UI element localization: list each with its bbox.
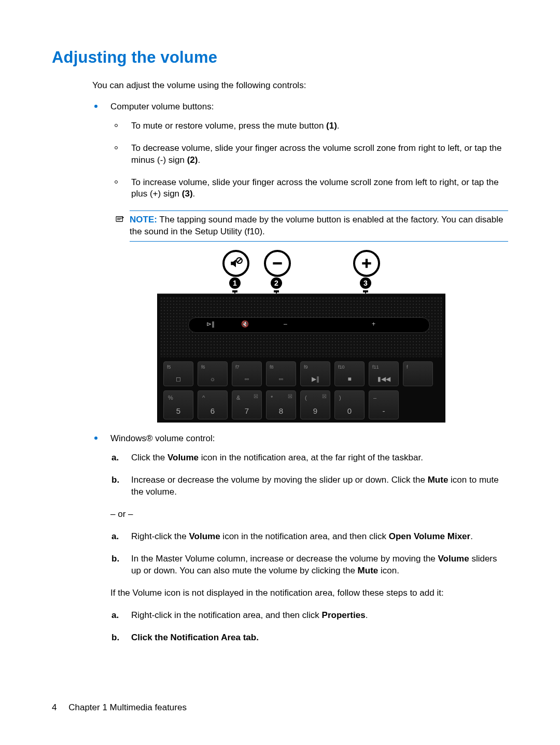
- svg-line-2: [237, 259, 242, 263]
- bullet-computer-volume: Computer volume buttons: To mute or rest…: [92, 101, 508, 423]
- key-f7: f7▫▫: [232, 361, 262, 386]
- sub-increase: To increase volume, slide your finger ac…: [110, 177, 508, 201]
- sub-mute: To mute or restore volume, press the mut…: [110, 120, 508, 132]
- number-key-row: %5 ^6 &☒7 *☒8 (☒9 )0 –-: [163, 390, 445, 420]
- figure-icon-row: 1 2 3: [157, 249, 445, 293]
- key-5: %5: [163, 390, 193, 419]
- strip-mark-plus: +: [372, 320, 375, 328]
- top-bullet-list: Computer volume buttons: To mute or rest…: [92, 101, 508, 644]
- sub-decrease: To decrease volume, slide your finger ac…: [110, 143, 508, 166]
- svg-rect-3: [273, 262, 282, 264]
- keyboard-figure: 1 2 3: [157, 249, 445, 423]
- or-separator: – or –: [110, 509, 508, 521]
- key-f9: f9▶‖: [300, 361, 330, 386]
- key-f11: f11▮◀◀: [369, 361, 399, 386]
- win3-a: Right-click in the notification area, an…: [110, 610, 508, 622]
- page-number: 4: [52, 702, 57, 712]
- document-page: Adjusting the volume You can adjust the …: [0, 0, 560, 745]
- key-9: (☒9: [300, 390, 330, 419]
- svg-rect-5: [366, 259, 368, 268]
- windows-steps-3: Right-click in the notification area, an…: [110, 610, 508, 644]
- bullet1-lead: Computer volume buttons:: [110, 102, 214, 111]
- callout-1: 1: [229, 277, 241, 289]
- windows-steps-2: Right-click the Volume icon in the notif…: [110, 531, 508, 577]
- page-title: Adjusting the volume: [52, 47, 508, 68]
- key-f8: f8▫▫: [266, 361, 296, 386]
- mute-icon: [222, 250, 249, 277]
- callout-2: 2: [271, 277, 282, 289]
- key-6: ^6: [198, 390, 228, 419]
- key-f10: f10■: [334, 361, 365, 386]
- key-8: *☒8: [266, 390, 296, 419]
- strip-mark-mute: 🔇: [241, 320, 249, 328]
- win1-b: Increase or decrease the volume by movin…: [110, 474, 508, 498]
- bullet2-lead: Windows® volume control:: [110, 433, 215, 443]
- win1-a: Click the Volume icon in the notificatio…: [110, 452, 508, 464]
- chapter-label: Chapter 1 Multimedia features: [68, 702, 187, 712]
- intro-text: You can adjust the volume using the foll…: [92, 80, 508, 92]
- key-f6: f6☼: [198, 361, 228, 386]
- key-dash: –-: [369, 390, 399, 419]
- strip-mark-play: ⊳‖: [206, 320, 215, 328]
- win2-a: Right-click the Volume icon in the notif…: [110, 531, 508, 543]
- volume-scroll-strip: [188, 317, 430, 333]
- key-7: &☒7: [232, 390, 262, 419]
- note-label: NOTE:: [130, 215, 157, 224]
- note-icon: [116, 215, 125, 223]
- win2-b: In the Master Volume column, increase or…: [110, 553, 508, 577]
- page-footer: 4 Chapter 1 Multimedia features: [52, 702, 187, 714]
- plus-icon: [353, 250, 380, 277]
- callout-3: 3: [360, 277, 371, 289]
- windows-steps-1: Click the Volume icon in the notificatio…: [110, 452, 508, 498]
- note-text: The tapping sound made by the volume but…: [130, 215, 503, 236]
- key-f-partial: f: [403, 361, 433, 386]
- follow-text: If the Volume icon is not displayed in t…: [110, 587, 508, 599]
- key-0: )0: [334, 390, 365, 419]
- sub-bullet-list: To mute or restore volume, press the mut…: [110, 120, 508, 201]
- note-block: NOTE: The tapping sound made by the volu…: [130, 210, 508, 242]
- keyboard-image: ⊳‖ 🔇 – + f5◻ f6☼ f7▫▫ f8▫▫ f9▶‖ f10■ f11…: [157, 293, 445, 423]
- strip-mark-minus: –: [284, 320, 287, 328]
- bullet-windows-volume: Windows® volume control: Click the Volum…: [92, 433, 508, 643]
- function-key-row: f5◻ f6☼ f7▫▫ f8▫▫ f9▶‖ f10■ f11▮◀◀ f: [163, 361, 445, 387]
- win3-b: Click the Notification Area tab.: [110, 632, 508, 644]
- key-f5: f5◻: [163, 361, 193, 386]
- minus-icon: [264, 250, 291, 277]
